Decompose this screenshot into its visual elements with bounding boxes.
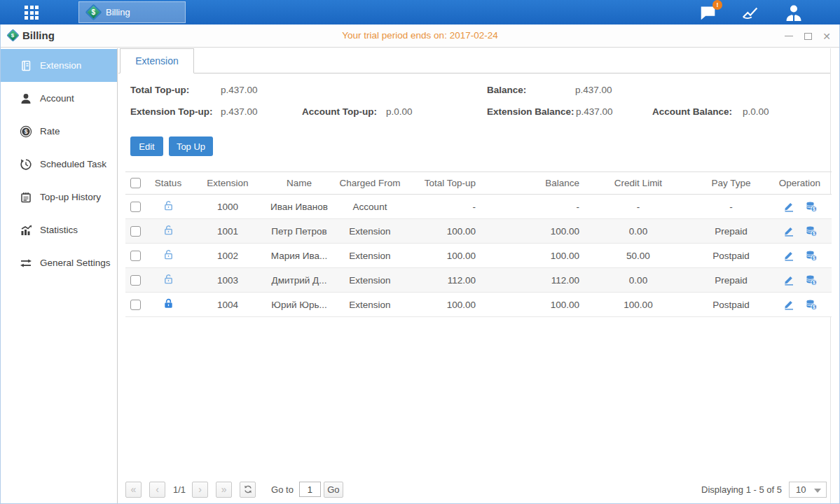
sidebar-item-topup-history[interactable]: Top-up History	[0, 181, 117, 214]
cell-credit-limit: 50.00	[582, 251, 694, 261]
column-balance: Balance	[486, 178, 582, 188]
select-all-checkbox[interactable]	[130, 178, 141, 188]
pagination-bar: « ‹ 1/1 › » Go to Go Displaying 1 - 5 of…	[125, 481, 827, 498]
cell-pay-type: Prepaid	[694, 275, 768, 286]
balance-value: p.437.00	[575, 85, 612, 95]
sidebar-item-general-settings[interactable]: General Settings	[0, 246, 117, 279]
messages-icon[interactable]: !	[698, 3, 718, 22]
first-page-icon[interactable]: «	[125, 482, 142, 498]
topup-coins-icon[interactable]: $	[805, 249, 818, 262]
status-lock-icon[interactable]	[163, 298, 174, 309]
minimize-icon[interactable]	[784, 31, 794, 41]
sidebar-item-label: Account	[40, 93, 74, 104]
row-checkbox[interactable]	[130, 275, 141, 286]
cell-extension: 1003	[190, 275, 266, 286]
edit-icon[interactable]	[783, 200, 795, 213]
go-button[interactable]: Go	[324, 482, 343, 498]
sidebar-item-label: General Settings	[40, 258, 111, 268]
next-page-icon[interactable]: ›	[192, 482, 208, 498]
apps-grid-icon[interactable]	[25, 6, 48, 20]
close-icon[interactable]: ✕	[822, 31, 832, 41]
page-size-select[interactable]: 10	[789, 482, 827, 498]
svg-text:$: $	[25, 127, 28, 134]
cell-total-topup: 100.00	[407, 300, 486, 310]
cell-total-topup: 112.00	[407, 275, 486, 286]
sidebar-item-account[interactable]: Account	[0, 82, 117, 115]
cell-total-topup: 100.00	[407, 251, 486, 261]
cell-name: Мария Ива...	[266, 251, 333, 261]
row-checkbox[interactable]	[130, 202, 141, 212]
ledger-icon	[20, 59, 32, 72]
refresh-icon[interactable]	[240, 482, 256, 498]
edit-icon[interactable]	[783, 225, 795, 237]
edit-icon[interactable]	[783, 249, 795, 262]
chart-icon[interactable]	[741, 3, 761, 22]
cell-charged-from: Extension	[333, 300, 407, 310]
table-row: 1002 Мария Ива... Extension 100.00 100.0…	[125, 244, 832, 268]
cell-pay-type: Prepaid	[694, 226, 768, 237]
topup-coins-icon[interactable]: $	[805, 200, 818, 213]
column-operation: Operation	[768, 178, 832, 188]
billing-app-tab-label: Billing	[106, 7, 130, 18]
topup-coins-icon[interactable]: $	[805, 225, 818, 237]
svg-text:$: $	[812, 255, 815, 261]
cell-extension: 1001	[190, 226, 266, 237]
cell-balance: 112.00	[486, 275, 582, 286]
table-body: 1000 Иван Иванов Account - - - -	[125, 195, 832, 317]
status-lock-icon[interactable]	[163, 273, 174, 285]
sidebar-item-label: Top-up History	[40, 192, 101, 202]
user-icon[interactable]	[784, 3, 804, 22]
row-checkbox[interactable]	[130, 300, 141, 310]
cell-balance: 100.00	[486, 251, 582, 261]
svg-text:$: $	[812, 280, 815, 286]
account-balance-label: Account Balance:	[652, 106, 732, 117]
topup-coins-icon[interactable]: $	[805, 274, 818, 286]
tab-extension[interactable]: Extension	[120, 48, 194, 74]
billing-diamond-icon: $	[85, 4, 102, 20]
status-lock-icon[interactable]	[163, 248, 174, 260]
svg-text:$: $	[812, 304, 815, 310]
edit-icon[interactable]	[783, 298, 795, 311]
table-row: 1004 Юрий Юрь... Extension 100.00 100.00…	[125, 293, 832, 317]
cell-total-topup: -	[407, 202, 486, 212]
sidebar: Extension Account $ Rate Scheduled Task …	[0, 48, 118, 504]
svg-text:$: $	[812, 231, 815, 237]
billing-app-tab[interactable]: $ Billing	[78, 1, 186, 23]
column-status: Status	[146, 178, 190, 188]
account-topup-label: Account Top-up:	[302, 106, 377, 117]
status-lock-icon[interactable]	[163, 224, 174, 236]
maximize-icon[interactable]	[803, 31, 813, 41]
sidebar-item-scheduled-task[interactable]: Scheduled Task	[0, 148, 117, 181]
table-header: Status Extension Name Charged From Total…	[125, 172, 832, 195]
table-row: 1000 Иван Иванов Account - - - -	[125, 195, 832, 219]
cell-charged-from: Extension	[333, 275, 407, 286]
topup-coins-icon[interactable]: $	[805, 298, 818, 311]
table-row: 1003 Дмитрий Д... Extension 112.00 112.0…	[125, 268, 832, 293]
cell-pay-type: -	[694, 202, 768, 212]
last-page-icon[interactable]: »	[216, 482, 232, 498]
cell-credit-limit: 0.00	[582, 226, 694, 237]
goto-page-input[interactable]	[299, 482, 321, 497]
column-total-topup: Total Top-up	[407, 178, 486, 188]
row-checkbox[interactable]	[130, 251, 141, 261]
edit-icon[interactable]	[783, 274, 795, 286]
topup-button[interactable]: Top Up	[169, 136, 213, 156]
account-balance-value: p.0.00	[743, 106, 769, 117]
sidebar-item-statistics[interactable]: Statistics	[0, 214, 117, 246]
cell-balance: 100.00	[486, 226, 582, 237]
prev-page-icon[interactable]: ‹	[149, 482, 165, 498]
edit-button[interactable]: Edit	[130, 136, 163, 156]
sidebar-item-rate[interactable]: $ Rate	[0, 115, 117, 148]
cell-name: Юрий Юрь...	[266, 300, 333, 310]
row-checkbox[interactable]	[130, 226, 141, 237]
extension-topup-value: p.437.00	[221, 106, 258, 117]
dropdown-arrow-icon	[814, 489, 821, 493]
trial-notice: Your trial period ends on: 2017-02-24	[0, 30, 840, 41]
status-lock-icon[interactable]	[163, 200, 174, 211]
sidebar-item-extension[interactable]: Extension	[0, 49, 117, 82]
tab-strip: Extension	[118, 48, 830, 74]
column-charged-from: Charged From	[333, 178, 407, 188]
cell-pay-type: Postpaid	[694, 251, 768, 261]
goto-label: Go to	[271, 484, 294, 495]
scheduled-task-icon	[20, 158, 32, 171]
